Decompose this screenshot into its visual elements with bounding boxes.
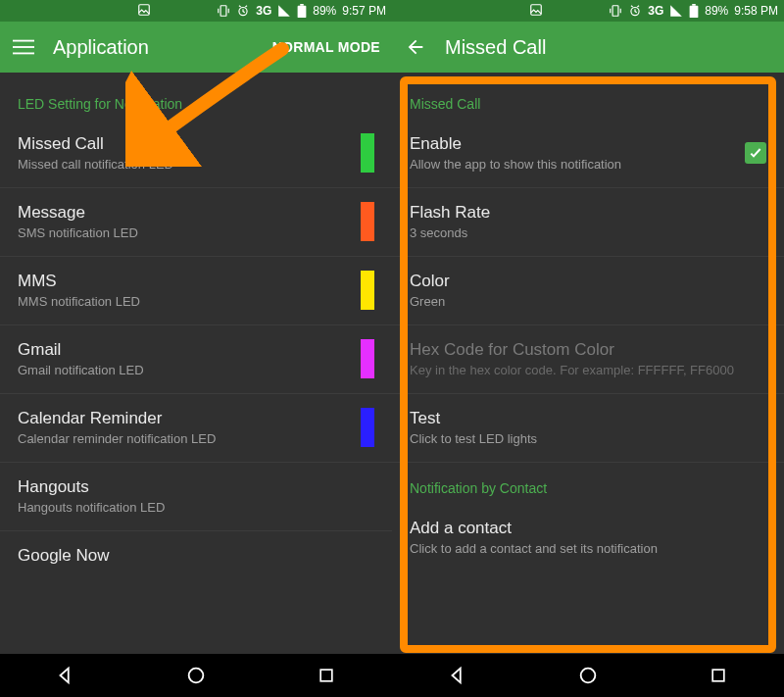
color-chip [361,202,374,241]
row-sub: Click to add a contact and set its notif… [410,541,766,558]
vibrate-icon [609,4,622,18]
svg-rect-6 [13,53,34,55]
list-item-google-now[interactable]: Google Now [0,531,392,569]
screen-application: 3G 89% 9:57 PM Application NORMAL MODE L… [0,0,392,697]
row-flash-rate[interactable]: Flash Rate 3 seconds [392,188,784,257]
alarm-icon [628,4,642,18]
back-icon[interactable] [404,35,427,59]
row-color[interactable]: Color Green [392,257,784,325]
item-title: MMS [18,271,349,292]
item-title: Calendar Reminder [18,408,349,429]
svg-rect-3 [301,4,305,6]
battery-icon [297,4,307,18]
list-item-gmail[interactable]: Gmail Gmail notification LED [0,325,392,394]
item-sub: Missed call notification LED [18,157,349,174]
page-title: Application [53,36,149,59]
battery-icon [689,4,699,18]
nav-home-button[interactable] [568,656,608,695]
enable-checkbox[interactable] [745,142,766,164]
row-test[interactable]: Test Click to test LED lights [392,394,784,463]
svg-rect-14 [712,670,724,681]
vibrate-icon [217,4,230,18]
item-title: Google Now [18,545,374,567]
image-icon [529,3,543,17]
item-title: Hangouts [18,476,374,498]
section-header-by-contact: Notification by Contact [392,463,784,504]
color-chip [361,271,374,310]
section-header-led: LED Setting for Notification [0,78,392,120]
item-sub: SMS notification LED [18,225,349,242]
image-icon [137,3,151,17]
battery-pct: 89% [313,4,336,18]
svg-point-13 [581,669,596,683]
page-title: Missed Call [445,36,546,59]
row-title: Enable [410,133,733,155]
nav-back-button[interactable] [46,656,85,695]
nav-recent-button[interactable] [699,656,738,695]
row-title: Add a contact [410,518,766,539]
row-sub: Allow the app to show this notification [410,157,733,174]
color-chip [361,133,374,173]
list-item-hangouts[interactable]: Hangouts Hangouts notification LED [0,463,392,531]
alarm-icon [236,4,250,18]
list-item-message[interactable]: Message SMS notification LED [0,188,392,257]
item-title: Gmail [18,339,349,361]
row-enable[interactable]: Enable Allow the app to show this notifi… [392,120,784,188]
list-item-calendar[interactable]: Calendar Reminder Calendar reminder noti… [0,394,392,463]
row-title: Test [410,408,766,429]
svg-rect-12 [693,4,697,6]
mode-label[interactable]: NORMAL MODE [272,39,380,55]
row-title: Hex Code for Custom Color [410,339,766,361]
svg-rect-9 [531,5,542,16]
color-chip [361,339,374,378]
status-bar: 3G 89% 9:57 PM [0,0,392,22]
content-list: Missed Call Enable Allow the app to show… [392,73,784,654]
svg-rect-8 [320,670,332,681]
svg-rect-0 [139,5,150,16]
menu-icon[interactable] [12,35,35,59]
list-item-mms[interactable]: MMS MMS notification LED [0,257,392,325]
signal-icon [277,4,291,18]
row-add-contact[interactable]: Add a contact Click to add a contact and… [392,504,784,560]
list-item-missed-call[interactable]: Missed Call Missed call notification LED [0,120,392,188]
app-bar: Missed Call [392,22,784,73]
row-title: Color [410,271,766,292]
row-sub: Key in the hex color code. For example: … [410,363,766,379]
row-sub: Click to test LED lights [410,431,766,448]
row-sub: 3 seconds [410,225,766,242]
battery-pct: 89% [705,4,728,18]
content-list: LED Setting for Notification Missed Call… [0,73,392,654]
nav-recent-button[interactable] [307,656,346,695]
section-header-missed-call: Missed Call [392,78,784,120]
item-title: Message [18,202,349,224]
clock: 9:58 PM [734,4,778,18]
svg-rect-4 [13,40,34,42]
network-label: 3G [256,4,271,18]
row-hex-code: Hex Code for Custom Color Key in the hex… [392,325,784,394]
screen-missed-call: 3G 89% 9:58 PM Missed Call Missed Call E… [392,0,784,697]
row-title: Flash Rate [410,202,766,224]
svg-rect-5 [13,46,34,48]
item-sub: MMS notification LED [18,294,349,311]
app-bar: Application NORMAL MODE [0,22,392,73]
svg-point-7 [189,669,204,683]
item-sub: Gmail notification LED [18,363,349,379]
item-title: Missed Call [18,133,349,155]
signal-icon [669,4,683,18]
nav-back-button[interactable] [438,656,477,695]
svg-rect-11 [690,6,699,18]
nav-bar [392,654,784,697]
clock: 9:57 PM [342,4,386,18]
status-bar: 3G 89% 9:58 PM [392,0,784,22]
network-label: 3G [648,4,663,18]
item-sub: Calendar reminder notification LED [18,431,349,448]
nav-home-button[interactable] [176,656,216,695]
item-sub: Hangouts notification LED [18,500,374,517]
svg-rect-2 [298,6,307,18]
row-sub: Green [410,294,766,311]
nav-bar [0,654,392,697]
color-chip [361,408,374,447]
